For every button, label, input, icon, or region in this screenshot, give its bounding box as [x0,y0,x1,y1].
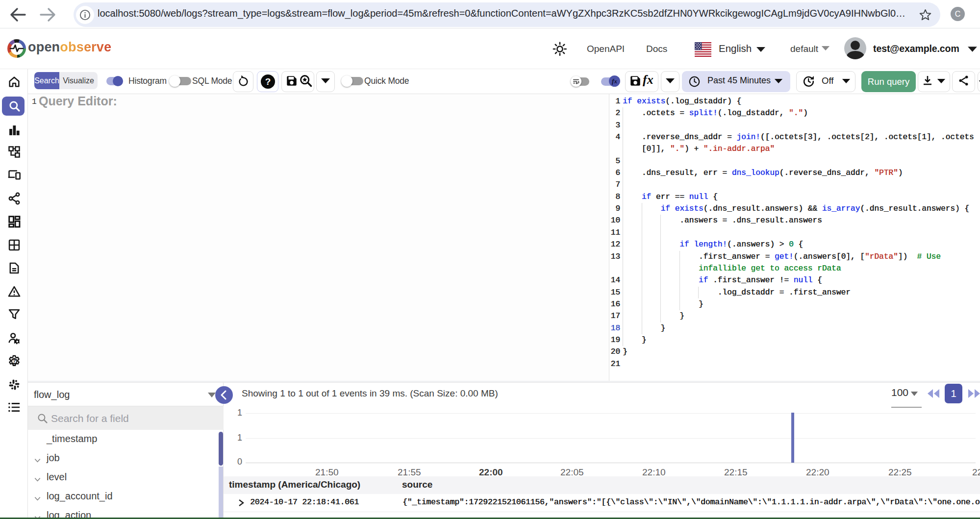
svg-text:?: ? [13,358,16,364]
